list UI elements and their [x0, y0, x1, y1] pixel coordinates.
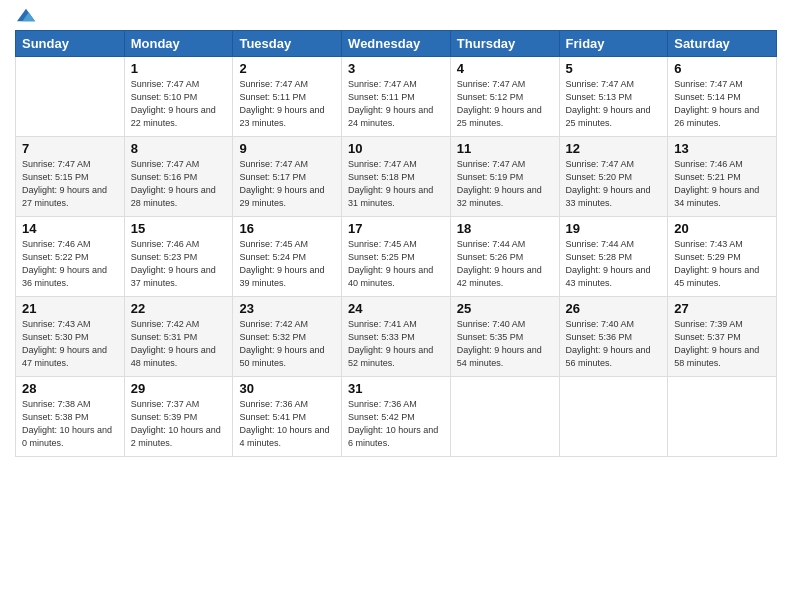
calendar-day-cell: 16Sunrise: 7:45 AM Sunset: 5:24 PM Dayli… [233, 217, 342, 297]
day-info: Sunrise: 7:43 AM Sunset: 5:30 PM Dayligh… [22, 318, 118, 370]
day-number: 10 [348, 141, 444, 156]
calendar-day-header: Thursday [450, 31, 559, 57]
calendar-day-cell [450, 377, 559, 457]
day-number: 4 [457, 61, 553, 76]
calendar-day-header: Friday [559, 31, 668, 57]
calendar-day-header: Saturday [668, 31, 777, 57]
day-info: Sunrise: 7:46 AM Sunset: 5:21 PM Dayligh… [674, 158, 770, 210]
day-info: Sunrise: 7:42 AM Sunset: 5:31 PM Dayligh… [131, 318, 227, 370]
header [15, 10, 777, 22]
day-number: 14 [22, 221, 118, 236]
calendar-day-cell: 15Sunrise: 7:46 AM Sunset: 5:23 PM Dayli… [124, 217, 233, 297]
calendar-day-cell [559, 377, 668, 457]
day-number: 23 [239, 301, 335, 316]
day-info: Sunrise: 7:36 AM Sunset: 5:42 PM Dayligh… [348, 398, 444, 450]
day-number: 2 [239, 61, 335, 76]
calendar-day-cell: 1Sunrise: 7:47 AM Sunset: 5:10 PM Daylig… [124, 57, 233, 137]
day-number: 13 [674, 141, 770, 156]
day-number: 18 [457, 221, 553, 236]
day-info: Sunrise: 7:47 AM Sunset: 5:18 PM Dayligh… [348, 158, 444, 210]
calendar-day-cell: 24Sunrise: 7:41 AM Sunset: 5:33 PM Dayli… [342, 297, 451, 377]
day-number: 6 [674, 61, 770, 76]
day-number: 12 [566, 141, 662, 156]
day-info: Sunrise: 7:36 AM Sunset: 5:41 PM Dayligh… [239, 398, 335, 450]
calendar-day-cell: 31Sunrise: 7:36 AM Sunset: 5:42 PM Dayli… [342, 377, 451, 457]
day-number: 29 [131, 381, 227, 396]
calendar-week-row: 1Sunrise: 7:47 AM Sunset: 5:10 PM Daylig… [16, 57, 777, 137]
day-number: 11 [457, 141, 553, 156]
calendar-day-cell: 6Sunrise: 7:47 AM Sunset: 5:14 PM Daylig… [668, 57, 777, 137]
calendar-week-row: 14Sunrise: 7:46 AM Sunset: 5:22 PM Dayli… [16, 217, 777, 297]
calendar-day-cell: 12Sunrise: 7:47 AM Sunset: 5:20 PM Dayli… [559, 137, 668, 217]
calendar-day-cell [16, 57, 125, 137]
calendar-body: 1Sunrise: 7:47 AM Sunset: 5:10 PM Daylig… [16, 57, 777, 457]
calendar: SundayMondayTuesdayWednesdayThursdayFrid… [15, 30, 777, 457]
day-number: 8 [131, 141, 227, 156]
day-number: 7 [22, 141, 118, 156]
day-info: Sunrise: 7:42 AM Sunset: 5:32 PM Dayligh… [239, 318, 335, 370]
calendar-day-cell: 18Sunrise: 7:44 AM Sunset: 5:26 PM Dayli… [450, 217, 559, 297]
day-info: Sunrise: 7:40 AM Sunset: 5:35 PM Dayligh… [457, 318, 553, 370]
day-info: Sunrise: 7:47 AM Sunset: 5:11 PM Dayligh… [239, 78, 335, 130]
day-number: 20 [674, 221, 770, 236]
page: SundayMondayTuesdayWednesdayThursdayFrid… [0, 0, 792, 612]
calendar-day-cell: 9Sunrise: 7:47 AM Sunset: 5:17 PM Daylig… [233, 137, 342, 217]
day-info: Sunrise: 7:47 AM Sunset: 5:15 PM Dayligh… [22, 158, 118, 210]
calendar-day-cell: 23Sunrise: 7:42 AM Sunset: 5:32 PM Dayli… [233, 297, 342, 377]
day-number: 31 [348, 381, 444, 396]
day-info: Sunrise: 7:37 AM Sunset: 5:39 PM Dayligh… [131, 398, 227, 450]
day-info: Sunrise: 7:47 AM Sunset: 5:11 PM Dayligh… [348, 78, 444, 130]
day-number: 17 [348, 221, 444, 236]
day-number: 26 [566, 301, 662, 316]
calendar-day-cell: 13Sunrise: 7:46 AM Sunset: 5:21 PM Dayli… [668, 137, 777, 217]
calendar-day-cell: 3Sunrise: 7:47 AM Sunset: 5:11 PM Daylig… [342, 57, 451, 137]
day-info: Sunrise: 7:39 AM Sunset: 5:37 PM Dayligh… [674, 318, 770, 370]
day-number: 5 [566, 61, 662, 76]
day-info: Sunrise: 7:47 AM Sunset: 5:10 PM Dayligh… [131, 78, 227, 130]
calendar-week-row: 21Sunrise: 7:43 AM Sunset: 5:30 PM Dayli… [16, 297, 777, 377]
day-info: Sunrise: 7:45 AM Sunset: 5:24 PM Dayligh… [239, 238, 335, 290]
calendar-day-cell: 29Sunrise: 7:37 AM Sunset: 5:39 PM Dayli… [124, 377, 233, 457]
day-info: Sunrise: 7:47 AM Sunset: 5:13 PM Dayligh… [566, 78, 662, 130]
day-info: Sunrise: 7:44 AM Sunset: 5:28 PM Dayligh… [566, 238, 662, 290]
calendar-day-cell: 20Sunrise: 7:43 AM Sunset: 5:29 PM Dayli… [668, 217, 777, 297]
day-number: 16 [239, 221, 335, 236]
day-number: 27 [674, 301, 770, 316]
day-info: Sunrise: 7:40 AM Sunset: 5:36 PM Dayligh… [566, 318, 662, 370]
day-number: 30 [239, 381, 335, 396]
calendar-week-row: 7Sunrise: 7:47 AM Sunset: 5:15 PM Daylig… [16, 137, 777, 217]
day-number: 28 [22, 381, 118, 396]
day-info: Sunrise: 7:43 AM Sunset: 5:29 PM Dayligh… [674, 238, 770, 290]
day-number: 9 [239, 141, 335, 156]
calendar-week-row: 28Sunrise: 7:38 AM Sunset: 5:38 PM Dayli… [16, 377, 777, 457]
calendar-day-cell: 19Sunrise: 7:44 AM Sunset: 5:28 PM Dayli… [559, 217, 668, 297]
day-info: Sunrise: 7:38 AM Sunset: 5:38 PM Dayligh… [22, 398, 118, 450]
day-info: Sunrise: 7:47 AM Sunset: 5:17 PM Dayligh… [239, 158, 335, 210]
calendar-day-cell: 10Sunrise: 7:47 AM Sunset: 5:18 PM Dayli… [342, 137, 451, 217]
calendar-day-cell: 4Sunrise: 7:47 AM Sunset: 5:12 PM Daylig… [450, 57, 559, 137]
calendar-day-cell: 27Sunrise: 7:39 AM Sunset: 5:37 PM Dayli… [668, 297, 777, 377]
day-info: Sunrise: 7:47 AM Sunset: 5:20 PM Dayligh… [566, 158, 662, 210]
day-number: 19 [566, 221, 662, 236]
day-number: 21 [22, 301, 118, 316]
calendar-day-cell: 8Sunrise: 7:47 AM Sunset: 5:16 PM Daylig… [124, 137, 233, 217]
day-info: Sunrise: 7:47 AM Sunset: 5:12 PM Dayligh… [457, 78, 553, 130]
calendar-day-cell: 17Sunrise: 7:45 AM Sunset: 5:25 PM Dayli… [342, 217, 451, 297]
calendar-day-header: Wednesday [342, 31, 451, 57]
calendar-header: SundayMondayTuesdayWednesdayThursdayFrid… [16, 31, 777, 57]
calendar-day-cell: 2Sunrise: 7:47 AM Sunset: 5:11 PM Daylig… [233, 57, 342, 137]
calendar-day-cell [668, 377, 777, 457]
calendar-day-header: Tuesday [233, 31, 342, 57]
day-info: Sunrise: 7:41 AM Sunset: 5:33 PM Dayligh… [348, 318, 444, 370]
day-info: Sunrise: 7:46 AM Sunset: 5:23 PM Dayligh… [131, 238, 227, 290]
calendar-day-cell: 30Sunrise: 7:36 AM Sunset: 5:41 PM Dayli… [233, 377, 342, 457]
calendar-day-cell: 21Sunrise: 7:43 AM Sunset: 5:30 PM Dayli… [16, 297, 125, 377]
day-info: Sunrise: 7:46 AM Sunset: 5:22 PM Dayligh… [22, 238, 118, 290]
calendar-day-header: Sunday [16, 31, 125, 57]
day-number: 24 [348, 301, 444, 316]
calendar-day-cell: 14Sunrise: 7:46 AM Sunset: 5:22 PM Dayli… [16, 217, 125, 297]
calendar-day-cell: 26Sunrise: 7:40 AM Sunset: 5:36 PM Dayli… [559, 297, 668, 377]
calendar-day-header: Monday [124, 31, 233, 57]
day-info: Sunrise: 7:47 AM Sunset: 5:16 PM Dayligh… [131, 158, 227, 210]
day-number: 3 [348, 61, 444, 76]
